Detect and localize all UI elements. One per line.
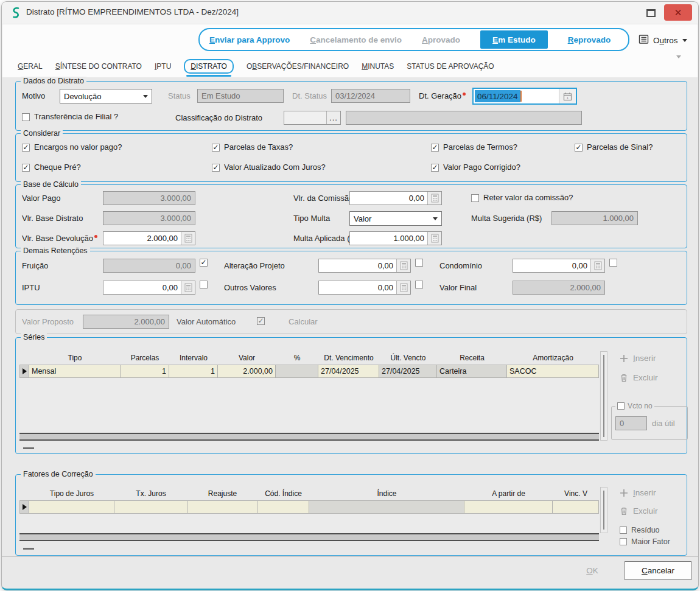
valor-pago-label: Valor Pago xyxy=(22,191,60,205)
parcelas-termos-label: Parcelas de Termos? xyxy=(443,143,517,152)
em-estudo-button[interactable]: Em Estudo xyxy=(480,30,548,49)
condominio-checkbox[interactable] xyxy=(609,259,617,267)
fatores-vertical-scrollbar[interactable] xyxy=(600,487,607,533)
close-icon: ✕ xyxy=(674,7,682,18)
fatores-resize-grip[interactable] xyxy=(23,548,34,550)
outros-label: Outros xyxy=(653,36,678,45)
vlr-base-devolucao-field[interactable]: 2.000,00 xyxy=(103,231,195,245)
series-header-row: Tipo Parcelas Intervalo Valor % Dt. Venc… xyxy=(19,351,599,365)
calculator-button[interactable] xyxy=(427,232,441,245)
residuo-label: Resíduo xyxy=(631,526,660,534)
parcelas-taxas-checkbox[interactable] xyxy=(212,144,220,152)
tab-minutas[interactable]: MINUTAS xyxy=(362,60,394,72)
title-bar: Distrato [RÍTMO EMPREENDIMENTOS LTDA - D… xyxy=(2,2,698,24)
tipo-multa-select[interactable]: Valor xyxy=(349,211,442,226)
residuo-checkbox[interactable] xyxy=(620,526,627,534)
dia-util-label: dia útil xyxy=(652,416,675,430)
section-valor-proposto: Valor Proposto 2.000,00 Valor Automático… xyxy=(15,309,687,334)
calculator-button[interactable] xyxy=(181,281,195,294)
calculator-button[interactable] xyxy=(590,259,604,272)
vcto-no-checkbox[interactable] xyxy=(617,402,625,410)
toolbar-overflow-chevron-icon[interactable] xyxy=(676,55,681,58)
encargos-label: Encargos no valor pago? xyxy=(34,143,122,152)
condominio-label: Condomínio xyxy=(439,259,482,273)
section-demais-retencoes: Demais Retenções Fruição 0,00 Alteração … xyxy=(15,251,687,305)
multa-aplicada-field[interactable]: 1.000,00 xyxy=(349,231,442,245)
outros-valores-checkbox[interactable] xyxy=(415,281,423,289)
vlr-comissao-field[interactable]: 0,00 xyxy=(349,191,442,205)
vcto-no-groupbox: Vcto no 0 dia útil xyxy=(611,406,688,440)
fatores-col-tx-juros: Tx. Juros xyxy=(114,487,187,500)
series-col-amortizacao: Amortização xyxy=(507,351,599,365)
trash-icon xyxy=(620,373,628,382)
transferencia-filial-label: Transferência de Filial ? xyxy=(34,113,118,121)
calculator-button[interactable] xyxy=(396,281,410,294)
valor-atualizado-checkbox[interactable] xyxy=(212,164,220,172)
section-legend: Considerar xyxy=(21,129,63,138)
valor-pago-corrigido-checkbox[interactable] xyxy=(431,164,439,172)
maximize-button[interactable] xyxy=(641,6,660,19)
calculator-icon xyxy=(184,283,192,292)
parcelas-taxas-label: Parcelas de Taxas? xyxy=(224,143,293,152)
series-resize-grip[interactable] xyxy=(23,447,34,449)
cancelar-button[interactable]: Cancelar xyxy=(624,561,692,580)
calculator-button[interactable] xyxy=(181,232,195,245)
dt-geracao-field[interactable]: 06/11/2024 1 xyxy=(472,88,577,105)
vlr-base-distrato-field: 3.000,00 xyxy=(103,211,195,225)
calendar-button[interactable]: 1 xyxy=(559,89,576,103)
fatores-grid-empty-area xyxy=(19,514,599,533)
outros-dropdown-button[interactable]: Outros xyxy=(639,31,687,49)
series-vertical-scrollbar[interactable] xyxy=(600,351,607,441)
maior-fator-checkbox[interactable] xyxy=(620,538,627,545)
fatores-col-a-partir-de: A partir de xyxy=(464,487,553,500)
section-legend: Dados do Distrato xyxy=(21,77,86,86)
calculator-icon xyxy=(431,194,439,203)
classificacao-lookup-field[interactable]: ... xyxy=(284,111,341,125)
tab-distrato[interactable]: DISTRATO xyxy=(184,59,234,74)
plus-icon xyxy=(620,489,628,497)
calculator-icon xyxy=(594,261,602,270)
motivo-select[interactable]: Devolução xyxy=(60,89,152,103)
fatores-table-row[interactable] xyxy=(19,500,599,514)
alteracao-projeto-checkbox[interactable] xyxy=(415,259,423,267)
fatores-horizontal-scrollbar[interactable] xyxy=(19,533,599,541)
enviar-para-approvo-button[interactable]: Enviar para Approvo xyxy=(209,35,290,44)
transferencia-filial-checkbox[interactable] xyxy=(22,113,30,121)
calculator-button[interactable] xyxy=(396,259,410,272)
calculator-button[interactable] xyxy=(427,192,441,205)
series-table-row[interactable]: Mensal 1 1 2.000,00 27/04/2025 27/04/202… xyxy=(19,365,599,378)
series-horizontal-scrollbar[interactable] xyxy=(19,433,599,441)
cheque-pre-checkbox[interactable] xyxy=(22,164,30,172)
fruicao-checkbox[interactable] xyxy=(200,259,208,267)
valor-atualizado-label: Valor Atualizado Com Juros? xyxy=(224,163,326,172)
reter-comissao-checkbox[interactable] xyxy=(471,194,479,202)
tab-status-de-aprovacao[interactable]: STATUS DE APROVAÇÃO xyxy=(407,60,494,72)
parcelas-sinal-checkbox[interactable] xyxy=(575,144,583,152)
svg-text:1: 1 xyxy=(567,96,569,100)
tab-observacoes-financeiro[interactable]: OBSERVAÇÕES/FINANCEIRO xyxy=(247,60,349,72)
encargos-checkbox[interactable] xyxy=(22,144,30,152)
tab-sintese-do-contrato[interactable]: SÍNTESE DO CONTRATO xyxy=(55,60,142,72)
section-base-de-calculo: Base de Cálculo Valor Pago 3.000,00 Vlr.… xyxy=(15,184,687,248)
ok-button: OK xyxy=(567,561,618,580)
vcto-dia-field[interactable]: 0 xyxy=(615,416,647,430)
tab-iptu[interactable]: IPTU xyxy=(155,60,171,72)
tab-geral[interactable]: GERAL xyxy=(18,60,43,72)
section-series: Séries Tipo Parcelas Intervalo Valor % D… xyxy=(15,337,687,454)
transferencia-filial-checkbox-row: Transferência de Filial ? xyxy=(22,113,118,121)
condominio-field[interactable]: 0,00 xyxy=(513,259,605,273)
iptu-field[interactable]: 0,00 xyxy=(103,281,195,295)
fatores-header-row: Tipo de Juros Tx. Juros Reajuste Cód. Ín… xyxy=(19,487,599,500)
outros-valores-field[interactable]: 0,00 xyxy=(318,281,411,295)
fatores-inserir-button: Inserir xyxy=(620,488,656,497)
close-button[interactable]: ✕ xyxy=(664,4,692,21)
vlr-base-devolucao-label: Vlr. Base Devolução xyxy=(22,231,97,245)
valor-final-label: Valor Final xyxy=(439,281,477,295)
lookup-ellipsis-button[interactable]: ... xyxy=(326,111,340,124)
status-field: Em Estudo xyxy=(197,89,284,103)
alteracao-projeto-field[interactable]: 0,00 xyxy=(318,259,411,273)
series-excluir-button: Excluir xyxy=(620,373,658,382)
parcelas-termos-checkbox[interactable] xyxy=(431,144,439,152)
iptu-checkbox[interactable] xyxy=(200,281,208,289)
reprovado-button[interactable]: Reprovado xyxy=(568,35,611,44)
